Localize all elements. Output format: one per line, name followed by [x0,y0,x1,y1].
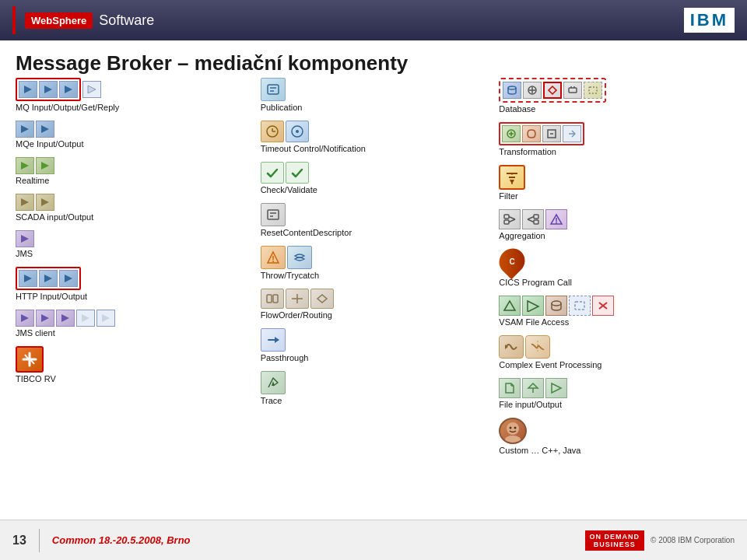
check-label: Check/Validate [261,185,487,194]
svg-rect-55 [504,220,509,224]
db-icon-5 [584,82,602,99]
scada-icon-1 [16,194,34,211]
svg-rect-42 [569,88,577,93]
file-icon-3 [545,378,567,398]
svg-marker-17 [82,314,89,322]
reset-icon [261,203,286,226]
svg-marker-35 [275,337,279,343]
trans-icon-3 [542,125,561,142]
svg-point-26 [296,130,299,133]
vsam-icon-4 [569,296,591,316]
svg-marker-65 [504,301,515,310]
reset-label: ResetContentDescriptor [261,228,487,237]
comp-pass: Passthrough [261,328,487,362]
mq-icon-2 [39,81,58,98]
db-icon-2 [523,82,542,99]
vsam-icon-1 [499,296,521,316]
file-label: File input/Output [499,400,725,409]
svg-marker-11 [24,275,32,282]
timeout-icon-1 [261,121,284,142]
on-demand-text: ON DEMAND [590,533,640,541]
comp-tibco: TIBCO RV [16,346,248,383]
cep-icon-1 [499,335,524,359]
footer-copyright: © 2008 IBM Corporation [651,536,735,544]
mq-icon-4 [82,81,101,98]
comp-realtime: Realtime [16,157,248,185]
svg-marker-66 [528,301,538,312]
trace-icon [261,371,286,394]
jmsc-label: JMS client [16,328,248,338]
page-title: Message Broker – mediační komponenty [16,51,731,75]
http-label: HTTP Input/Output [16,292,248,301]
comp-publication: Publication [261,78,487,112]
custom-label: Custom … C++, Java [499,446,725,455]
flow-icon-3 [310,289,334,309]
svg-marker-16 [61,314,69,322]
comp-trace: Trace [261,371,487,405]
svg-marker-53 [510,180,514,184]
file-icon-2 [522,378,544,398]
svg-marker-13 [65,275,72,282]
filter-label: Filter [499,191,725,201]
comp-scada: SCADA input/Output [16,194,248,222]
header-software: Software [99,12,154,29]
svg-rect-68 [575,302,584,310]
comp-vsam: VSAM File Access [499,296,725,327]
svg-marker-2 [65,86,72,93]
db-icon-3 [543,82,562,99]
svg-line-61 [528,219,534,222]
comp-http: HTTP Input/Output [16,267,248,301]
comp-filter: Filter [499,165,725,201]
timeout-label: Timeout Control/Notification [261,144,487,153]
svg-marker-76 [552,383,561,393]
svg-marker-74 [528,383,538,388]
business-text: BUSINESS [594,541,636,548]
comp-cics: C CICS Program Call [499,249,725,287]
comp-database: Database [499,78,725,114]
mq-label: MQ Input/Output/Get/Reply [16,103,248,112]
timeout-icon-2 [286,121,309,142]
realtime-icon-2 [36,157,54,174]
svg-marker-18 [102,314,110,322]
footer-divider [39,529,40,552]
comp-check: Check/Validate [261,162,487,194]
flow-icon-1 [261,289,284,309]
comp-custom: Custom … C++, Java [499,418,725,455]
logo-divider [12,6,16,34]
svg-marker-36 [272,381,275,386]
scada-label: SCADA input/Output [16,212,248,222]
comp-cep: Complex Event Processing [499,335,725,369]
column-2: Publication Timeout [254,78,493,516]
svg-point-67 [552,301,561,306]
svg-marker-41 [549,86,556,94]
svg-marker-15 [41,314,49,322]
check-icon-1 [261,162,284,184]
svg-point-37 [508,86,516,89]
svg-marker-5 [41,125,49,133]
jmsc-icon-4 [76,310,95,327]
jmsc-icon-2 [36,310,54,327]
svg-marker-8 [21,198,29,206]
jmsc-icon-5 [96,310,115,327]
header: WebSphere Software IBM [0,0,747,40]
svg-line-57 [509,219,515,222]
comp-aggregation: Aggregation [499,209,725,240]
ibm-logo: IBM [684,8,735,33]
comp-mqe: MQe Input/Output [16,121,248,149]
throw-label: Throw/Trycatch [261,271,487,280]
agg-icon-1 [499,209,521,229]
svg-marker-4 [21,125,29,133]
on-demand-badge: ON DEMAND BUSINESS [585,530,645,551]
throw-icon-1 [261,246,286,269]
cics-label: CICS Program Call [499,278,725,287]
trans-icon-4 [563,125,581,142]
jms-icon-1 [16,230,34,247]
page-number: 13 [12,534,26,548]
svg-rect-54 [504,215,509,219]
db-label: Database [499,104,725,114]
footer-left: 13 Common 18.-20.5.2008, Brno [12,529,191,552]
jms-label: JMS [16,249,248,258]
realtime-label: Realtime [16,176,248,185]
vsam-icon-2 [522,296,544,316]
comp-transform: Transformation [499,122,725,156]
